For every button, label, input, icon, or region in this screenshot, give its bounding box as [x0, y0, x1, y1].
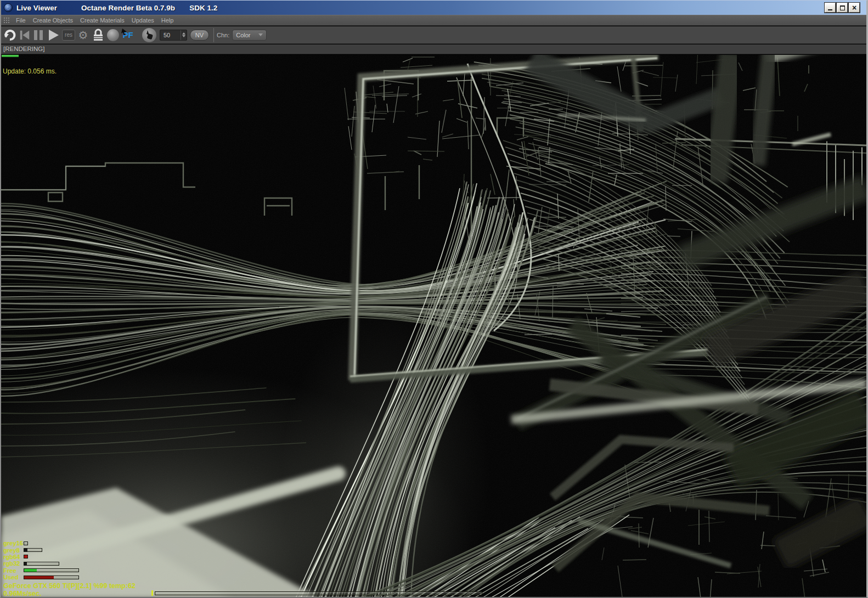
- menu-item-file[interactable]: File: [16, 16, 26, 25]
- samples-spinner[interactable]: 50: [160, 30, 187, 41]
- memory-stats: grey16grey8rgb64rgb32FreeUsed: [3, 540, 79, 580]
- window-controls: ×: [825, 3, 860, 13]
- mem-label: grey8: [3, 547, 24, 554]
- pause-icon: [33, 29, 44, 41]
- app-title: Live Viewer: [16, 4, 57, 12]
- samples-value: 50: [160, 32, 181, 38]
- maximize-icon: [840, 5, 845, 10]
- toolbar-separator: [213, 28, 214, 42]
- mem-row-Free: Free: [3, 567, 79, 574]
- mem-fill: [24, 549, 27, 551]
- mem-fill: [24, 555, 27, 558]
- play-icon: [47, 29, 60, 42]
- mem-track: [24, 555, 28, 558]
- nv-button[interactable]: NV: [190, 30, 209, 41]
- mem-label: rgb32: [3, 560, 24, 567]
- spinner-up-icon[interactable]: [182, 32, 185, 35]
- render-progress-bar: [2, 55, 19, 57]
- skip-back-icon: [19, 29, 31, 41]
- speed-label: 0.96Ms/sec.: [3, 590, 42, 597]
- mem-label: grey16: [3, 540, 24, 546]
- channel-label: Chn:: [217, 32, 229, 38]
- lock-resolution-button[interactable]: [91, 27, 105, 43]
- mem-label: rgb64: [3, 554, 24, 560]
- speed-bar-tick: [151, 590, 153, 596]
- mem-track: [24, 548, 42, 552]
- title-bar: Live Viewer Octane Render Beta 0.7.9b SD…: [1, 1, 866, 15]
- start-render-button[interactable]: [45, 27, 61, 43]
- minimize-icon: [828, 9, 832, 10]
- mem-row-Used: Used: [3, 574, 79, 580]
- skip-to-start-button[interactable]: [18, 27, 31, 43]
- cursor-arrow-icon: [121, 28, 128, 36]
- maximize-button[interactable]: [837, 3, 848, 13]
- mem-track: [24, 541, 28, 545]
- restart-render-button[interactable]: [2, 27, 18, 43]
- menu-item-create-materials[interactable]: Create Materials: [80, 16, 125, 25]
- resolution-lock-button[interactable]: res: [62, 30, 75, 41]
- update-time-label: Update: 0.056 ms.: [3, 67, 57, 75]
- pause-render-button[interactable]: [31, 27, 45, 43]
- close-button[interactable]: ×: [849, 3, 860, 13]
- pick-material-button[interactable]: [142, 28, 156, 42]
- mem-track: [24, 562, 59, 566]
- render-settings-button[interactable]: ⚙: [76, 27, 91, 43]
- gpu-status-label: GeForce GTX 560 Ti[P][2.1] %99 temp:62: [3, 582, 136, 590]
- spinner-arrows[interactable]: [181, 30, 187, 40]
- menu-item-updates[interactable]: Updates: [132, 16, 154, 25]
- menu-grip-handle[interactable]: [3, 17, 10, 24]
- menu-bar: FileCreate ObjectsCreate MaterialsUpdate…: [1, 15, 866, 26]
- mem-row-rgb32: rgb32: [3, 560, 79, 567]
- channel-value: Color: [236, 32, 250, 38]
- octane-logo-icon: [4, 3, 13, 12]
- mem-row-grey8: grey8: [3, 546, 79, 553]
- render-viewport[interactable]: Update: 0.056 ms. grey16grey8rgb64rgb32F…: [1, 55, 866, 597]
- mem-fill: [24, 569, 37, 572]
- dropdown-caret-icon: [258, 33, 263, 36]
- gear-icon: ⚙: [78, 30, 88, 41]
- lock-icon: [92, 29, 104, 42]
- spinner-down-icon[interactable]: [182, 35, 185, 37]
- hand-pointer-icon: [142, 28, 156, 42]
- sphere-icon: [107, 29, 119, 41]
- circular-arrow-icon: [3, 29, 16, 42]
- mem-row-rgb64: rgb64: [3, 554, 79, 560]
- toolbar: res ⚙ PF 50: [1, 26, 866, 44]
- render-canvas[interactable]: [1, 55, 866, 597]
- minimize-button[interactable]: [825, 3, 836, 13]
- mem-track: [24, 576, 79, 579]
- mem-fill: [24, 562, 27, 565]
- render-state-label: [RENDERING]: [3, 46, 44, 52]
- mem-fill: [24, 576, 54, 579]
- mem-label: Used: [3, 574, 24, 580]
- region-render-button[interactable]: [105, 27, 120, 43]
- mem-row-grey16: grey16: [3, 540, 79, 546]
- pick-focus-button[interactable]: PF: [120, 27, 136, 43]
- status-bar: [RENDERING]: [1, 44, 866, 54]
- speed-bar-track: [155, 591, 482, 595]
- product-title: Octane Render Beta 0.7.9b: [81, 4, 175, 12]
- sdk-version: SDK 1.2: [189, 4, 217, 12]
- menu-item-create-objects[interactable]: Create Objects: [33, 16, 73, 25]
- mem-track: [24, 568, 79, 572]
- mem-label: Free: [3, 567, 24, 574]
- live-viewer-window: Live Viewer Octane Render Beta 0.7.9b SD…: [0, 0, 868, 598]
- speed-status: 0.96Ms/sec.: [3, 590, 497, 597]
- channel-dropdown[interactable]: Color: [232, 30, 267, 41]
- menu-item-help[interactable]: Help: [161, 16, 174, 25]
